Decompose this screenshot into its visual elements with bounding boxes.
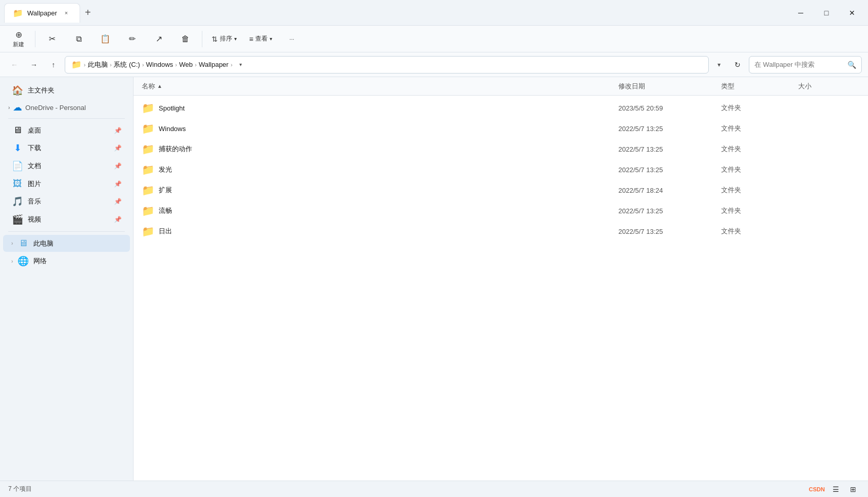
paste-button[interactable]: 📋 <box>93 28 118 50</box>
forward-button[interactable]: → <box>26 57 42 73</box>
sidebar-item-pictures[interactable]: 🖼 图片 📌 <box>3 175 130 192</box>
breadcrumb-sep-1: › <box>110 62 112 68</box>
sidebar-item-videos[interactable]: 🎬 视频 📌 <box>3 211 130 228</box>
column-header: 名称 ▲ 修改日期 类型 大小 <box>134 77 868 96</box>
sidebar-thispc-label: 此电脑 <box>33 239 122 248</box>
desktop-icon: 🖥 <box>11 125 24 136</box>
pin-icon-downloads: 📌 <box>114 144 122 152</box>
column-name-label: 名称 <box>142 82 155 91</box>
copy-icon: ⧉ <box>76 34 82 44</box>
breadcrumb-sep-4: › <box>195 62 197 68</box>
minimize-button[interactable]: ─ <box>789 5 813 21</box>
sidebar-item-downloads[interactable]: ⬇ 下载 📌 <box>3 139 130 157</box>
sidebar-item-thispc[interactable]: › 🖥 此电脑 <box>3 235 130 252</box>
folder-icon-expand: 📁 <box>142 184 155 196</box>
address-dropdown-button[interactable]: ▾ <box>712 58 726 72</box>
delete-button[interactable]: 🗑 <box>173 28 198 50</box>
table-row[interactable]: 📁 扩展 2022/5/7 18:24 文件夹 <box>134 180 868 200</box>
view-button[interactable]: ≡ 查看 ▾ <box>244 28 277 50</box>
column-date-label: 修改日期 <box>618 82 645 90</box>
copy-button[interactable]: ⧉ <box>66 28 91 50</box>
onedrive-chevron-icon: › <box>8 105 10 111</box>
sidebar-videos-label: 视频 <box>28 215 110 224</box>
sort-up-icon: ▲ <box>157 83 162 89</box>
column-type[interactable]: 类型 <box>721 82 798 91</box>
view-label: 查看 <box>255 34 268 43</box>
maximize-button[interactable]: □ <box>815 5 838 21</box>
breadcrumb-sep-0: › <box>84 62 86 68</box>
breadcrumb[interactable]: 📁 › 此电脑 › 系统 (C:) › Windows › Web › Wall… <box>65 56 709 73</box>
thispc-icon: 🖥 <box>17 238 29 249</box>
breadcrumb-c-drive[interactable]: 系统 (C:) <box>114 60 140 69</box>
sort-label: 排序 <box>220 34 232 43</box>
share-button[interactable]: ↗ <box>146 28 171 50</box>
sidebar-onedrive-group[interactable]: › ☁ OneDrive - Personal <box>0 100 133 115</box>
onedrive-icon: ☁ <box>13 102 22 113</box>
share-icon: ↗ <box>156 34 162 44</box>
column-size[interactable]: 大小 <box>798 82 860 91</box>
up-button[interactable]: ↑ <box>45 57 62 73</box>
file-name-windows: Windows <box>159 125 618 133</box>
search-icon: 🔍 <box>847 61 856 69</box>
sidebar-item-network[interactable]: › 🌐 网络 <box>3 252 130 270</box>
cut-button[interactable]: ✂ <box>40 28 64 50</box>
sort-chevron-icon: ▾ <box>234 36 237 42</box>
table-row[interactable]: 📁 Windows 2022/5/7 13:25 文件夹 <box>134 118 868 139</box>
file-date-glow: 2022/5/7 13:25 <box>618 166 721 174</box>
csdn-badge: CSDN <box>809 486 825 492</box>
pin-icon-documents: 📌 <box>114 162 122 170</box>
tiles-view-button[interactable]: ⊞ <box>846 483 860 495</box>
toolbar-separator-1 <box>35 31 35 47</box>
file-type-spotlight: 文件夹 <box>721 103 798 113</box>
sidebar-item-music[interactable]: 🎵 音乐 📌 <box>3 193 130 210</box>
new-tab-button[interactable]: + <box>80 5 96 21</box>
status-bar: 7 个项目 CSDN ☰ ⊞ <box>0 481 868 497</box>
file-type-glow: 文件夹 <box>721 165 798 174</box>
breadcrumb-this-pc[interactable]: 此电脑 <box>88 60 108 69</box>
sort-button[interactable]: ⇅ 排序 ▾ <box>206 28 242 50</box>
network-chevron-icon: › <box>11 259 13 264</box>
more-button[interactable]: ··· <box>279 28 304 50</box>
pin-icon-desktop: 📌 <box>114 127 122 134</box>
sidebar-separator-2 <box>8 231 125 232</box>
sidebar-downloads-label: 下载 <box>28 143 110 153</box>
search-input[interactable] <box>754 61 844 68</box>
file-type-windows: 文件夹 <box>721 124 798 133</box>
folder-icon-windows: 📁 <box>142 122 155 135</box>
more-icon: ··· <box>290 36 294 42</box>
toolbar: ⊕ 新建 ✂ ⧉ 📋 ✏ ↗ 🗑 ⇅ 排序 ▾ ≡ 查看 ▾ ··· <box>0 26 868 52</box>
breadcrumb-dropdown-icon[interactable]: ▾ <box>236 60 246 70</box>
column-date[interactable]: 修改日期 <box>618 82 721 91</box>
search-box[interactable]: 🔍 <box>749 56 862 73</box>
file-name-expand: 扩展 <box>159 186 618 195</box>
details-view-button[interactable]: ☰ <box>829 483 842 495</box>
view-chevron-icon: ▾ <box>270 36 272 42</box>
rename-button[interactable]: ✏ <box>120 28 144 50</box>
refresh-button[interactable]: ↻ <box>729 57 746 73</box>
table-row[interactable]: 📁 日出 2022/5/7 13:25 文件夹 <box>134 221 868 242</box>
file-date-sunrise: 2022/5/7 13:25 <box>618 228 721 235</box>
close-button[interactable]: ✕ <box>840 5 864 21</box>
new-button[interactable]: ⊕ 新建 <box>6 28 31 50</box>
breadcrumb-windows[interactable]: Windows <box>146 61 173 68</box>
downloads-icon: ⬇ <box>11 142 24 154</box>
new-label: 新建 <box>13 41 24 48</box>
breadcrumb-sep-2: › <box>142 62 144 68</box>
breadcrumb-web[interactable]: Web <box>179 61 193 68</box>
back-button[interactable]: ← <box>6 57 23 73</box>
breadcrumb-wallpaper[interactable]: Wallpaper <box>199 61 229 68</box>
tab-close-button[interactable]: × <box>61 8 71 18</box>
tab-wallpaper[interactable]: 📁 Wallpaper × <box>4 3 80 23</box>
sidebar-item-desktop[interactable]: 🖥 桌面 📌 <box>3 122 130 139</box>
table-row[interactable]: 📁 流畅 2022/5/7 13:25 文件夹 <box>134 200 868 221</box>
table-row[interactable]: 📁 Spotlight 2023/5/5 20:59 文件夹 <box>134 98 868 118</box>
table-row[interactable]: 📁 发光 2022/5/7 13:25 文件夹 <box>134 159 868 180</box>
file-area: 名称 ▲ 修改日期 类型 大小 📁 Spotlight 2023/5/5 20:… <box>134 77 868 481</box>
table-row[interactable]: 📁 捕获的动作 2022/5/7 13:25 文件夹 <box>134 139 868 159</box>
folder-icon-capture: 📁 <box>142 143 155 155</box>
sidebar-item-home[interactable]: 🏠 主文件夹 <box>3 82 130 99</box>
sidebar-documents-label: 文档 <box>28 161 110 171</box>
sidebar-item-documents[interactable]: 📄 文档 📌 <box>3 157 130 175</box>
column-name[interactable]: 名称 ▲ <box>142 82 618 91</box>
file-list: 📁 Spotlight 2023/5/5 20:59 文件夹 📁 Windows… <box>134 96 868 481</box>
